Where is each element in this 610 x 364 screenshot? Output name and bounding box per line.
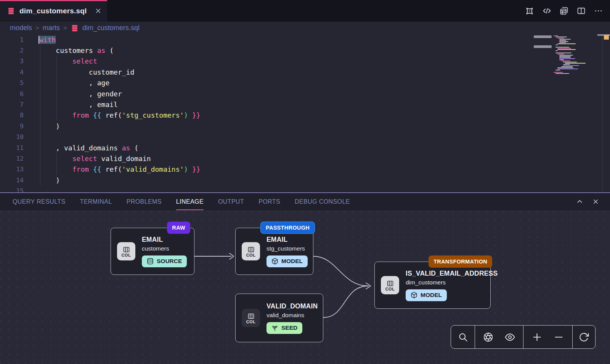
panel-tab-query-results[interactable]: QUERY RESULTS	[13, 193, 66, 210]
minimap-line	[555, 73, 569, 74]
indent-guide	[56, 56, 57, 121]
more-actions-icon[interactable]	[592, 5, 604, 17]
dbt-ide-window: dim_customers.sql models>marts>dim_custo…	[0, 0, 610, 364]
lineage-node-valid_domains[interactable]: COL VALID_DOMAIN valid_domains SEED	[235, 294, 323, 342]
node-model-name: dim_customers	[406, 279, 498, 286]
node-tag-passthrough: PASSTHROUGH	[260, 222, 315, 234]
node-model-name: valid_domains	[266, 312, 318, 319]
zoom-out-icon[interactable]	[551, 332, 567, 342]
database-icon	[71, 24, 79, 32]
minimap-line	[559, 59, 564, 60]
line-number: 6	[0, 90, 24, 97]
lineage-canvas[interactable]: RAW COL EMAIL customers SOURCE PASSTHROU…	[0, 210, 610, 364]
node-tag-raw: RAW	[167, 222, 190, 234]
tab-title: dim_customers.sql	[19, 7, 87, 15]
code-line[interactable]: 10	[0, 132, 610, 142]
code-icon[interactable]	[541, 5, 552, 17]
node-model-name: customers	[142, 245, 187, 252]
line-number: 13	[0, 166, 24, 173]
aperture-icon[interactable]	[480, 332, 496, 342]
node-type-badge-model: MODEL	[406, 289, 447, 301]
breadcrumb-item-models[interactable]: models	[10, 24, 32, 32]
cube-icon	[271, 258, 278, 265]
minimap-line	[554, 72, 563, 73]
code-line[interactable]: 11 , valid_domains as (	[0, 142, 610, 153]
search-icon[interactable]	[455, 332, 471, 342]
minimap-line	[557, 48, 571, 49]
code-line[interactable]: 14 )	[0, 175, 610, 185]
breadcrumb-item-marts[interactable]: marts	[43, 24, 60, 32]
node-type-badge-seed: SEED	[266, 322, 302, 334]
code-lines: 1with2 customers as (3 select4 customer_…	[0, 34, 610, 192]
minimap-line	[557, 54, 564, 54]
code-line[interactable]: 4 customer_id	[0, 67, 610, 77]
code-line[interactable]: 12 select valid_domain	[0, 153, 610, 164]
close-panel-icon[interactable]	[592, 198, 599, 205]
cube-icon	[411, 292, 417, 299]
minimap-line	[555, 50, 558, 51]
minimap-line	[557, 49, 576, 50]
indent-guide	[40, 45, 40, 185]
line-number: 3	[0, 57, 24, 65]
minimap-line	[559, 39, 571, 40]
eye-icon[interactable]	[502, 332, 518, 342]
collapse-panel-icon[interactable]	[576, 198, 584, 206]
lineage-node-stg_customers[interactable]: PASSTHROUGH COL EMAIL stg_customers MODE…	[235, 228, 313, 275]
column-icon: COL	[117, 242, 135, 260]
code-line[interactable]: 6 , gender	[0, 88, 610, 99]
breadcrumb-separator: >	[63, 24, 67, 32]
code-editor[interactable]: 1with2 customers as (3 select4 customer_…	[0, 34, 610, 192]
panel-tab-debug-console[interactable]: DEBUG CONSOLE	[295, 193, 350, 210]
minimap-highlight	[534, 45, 552, 48]
line-number: 9	[0, 123, 24, 130]
panel-tab-terminal[interactable]: TERMINAL	[80, 193, 112, 210]
node-column-name: IS_VALID_EMAIL_ADDRESS	[406, 270, 498, 278]
panel-tab-problems[interactable]: PROBLEMS	[127, 193, 162, 210]
lineage-node-dim_customers[interactable]: TRANSFORMATION COL IS_VALID_EMAIL_ADDRES…	[374, 262, 491, 309]
minimap-line	[555, 70, 560, 70]
code-line[interactable]: 9 )	[0, 121, 610, 131]
code-line[interactable]: 8 from {{ ref('stg_customers') }}	[0, 110, 610, 121]
split-editor-icon[interactable]	[575, 5, 587, 17]
node-column-name: EMAIL	[142, 236, 187, 244]
minimap-line	[559, 58, 575, 59]
refresh-icon[interactable]	[576, 332, 592, 342]
line-number: 8	[0, 112, 24, 119]
code-line[interactable]: 15	[0, 185, 610, 192]
code-line[interactable]: 7 , email	[0, 99, 610, 110]
panel-tab-bar: QUERY RESULTSTERMINALPROBLEMSLINEAGEOUTP…	[0, 193, 610, 210]
close-tab-icon[interactable]	[95, 7, 102, 14]
minimap-line	[555, 47, 569, 48]
database-small-icon	[147, 258, 154, 265]
minimap[interactable]	[554, 35, 600, 74]
panel-tab-ports[interactable]: PORTS	[258, 193, 280, 210]
editor-tab-dim-customers[interactable]: dim_customers.sql	[0, 0, 107, 22]
lineage-node-customers[interactable]: RAW COL EMAIL customers SOURCE	[111, 228, 194, 275]
toolbar-section	[475, 326, 523, 348]
dbt-icon[interactable]	[524, 5, 535, 17]
code-line[interactable]: 13 from {{ ref('valid_domains') }}	[0, 164, 610, 175]
minimap-line	[559, 40, 566, 41]
node-type-badge-source: SOURCE	[142, 255, 187, 267]
code-line[interactable]: 1with	[0, 34, 610, 45]
query-results-icon[interactable]	[558, 5, 570, 17]
active-tab-accent	[0, 0, 107, 1]
minimap-line	[555, 45, 558, 45]
line-number: 1	[0, 36, 24, 43]
minimap-line	[557, 43, 576, 44]
overview-ruler	[602, 34, 602, 192]
minimap-line	[561, 61, 570, 61]
breadcrumb-item-dim_customers-sql[interactable]: dim_customers.sql	[71, 24, 140, 32]
node-tag-transformation: TRANSFORMATION	[429, 255, 492, 268]
code-line[interactable]: 2 customers as (	[0, 45, 610, 56]
zoom-in-icon[interactable]	[529, 332, 545, 342]
minimap-line	[557, 67, 573, 68]
columns-icon	[386, 279, 394, 287]
line-number: 15	[0, 187, 24, 192]
panel-tab-lineage[interactable]: LINEAGE	[176, 193, 204, 210]
code-line[interactable]: 5 , age	[0, 78, 610, 88]
panel-tab-output[interactable]: OUTPUT	[218, 193, 244, 210]
minimap-line	[563, 65, 579, 66]
code-line[interactable]: 3 select	[0, 56, 610, 67]
line-number: 12	[0, 155, 24, 162]
